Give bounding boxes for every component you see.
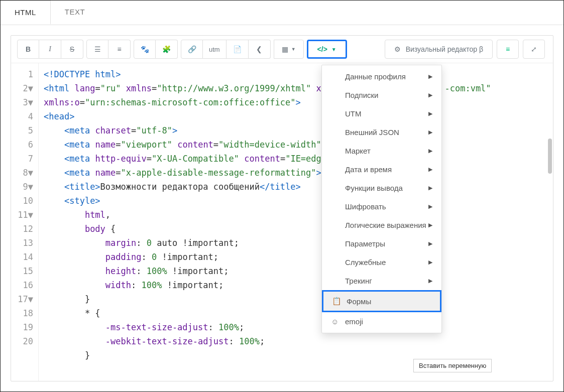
chevron-right-icon: ▶ — [428, 259, 432, 266]
toolbar: B I S ☰ ≡ 🐾 🧩 🔗 utm 📄 ❮ — [11, 36, 553, 63]
dropdown-item-4[interactable]: Маркет▶ — [322, 142, 441, 160]
visual-editor-button[interactable]: ⚙ Визуальный редактор β — [385, 40, 493, 59]
link-icon: 🔗 — [188, 45, 196, 53]
utm-button[interactable]: utm — [203, 40, 227, 59]
vertical-scrollbar[interactable] — [548, 139, 552, 174]
file-button[interactable]: 📄 — [227, 40, 249, 59]
dropdown-item-label: emoji — [345, 317, 432, 326]
dropdown-item-label: Логические выражения — [345, 221, 428, 229]
chevron-right-icon: ▶ — [428, 92, 432, 98]
chevron-right-icon: ▶ — [428, 129, 432, 136]
chevron-right-icon: ▶ — [428, 240, 432, 247]
dropdown-item-12[interactable]: 📋Формы — [322, 290, 441, 312]
strike-icon: S — [70, 45, 74, 53]
chevron-right-icon: ▶ — [428, 278, 432, 284]
smile-icon: ☺ — [331, 317, 339, 326]
dropdown-item-label: Параметры — [345, 239, 428, 248]
dropdown-item-8[interactable]: Логические выражения▶ — [322, 216, 441, 234]
expand-icon: ⤢ — [531, 45, 537, 53]
italic-button[interactable]: I — [39, 40, 61, 59]
dropdown-item-1[interactable]: Подписки▶ — [322, 86, 441, 104]
chevron-down-icon: ▼ — [291, 47, 296, 52]
numbered-list-icon: ≡ — [117, 45, 121, 53]
dropdown-item-5[interactable]: Дата и время▶ — [322, 160, 441, 179]
dropdown-item-label: Внешний JSON — [345, 128, 428, 137]
file-icon: 📄 — [233, 45, 242, 53]
chevron-right-icon: ▶ — [428, 148, 432, 154]
chevron-right-icon: ▶ — [428, 222, 432, 228]
format-icon: ≡ — [506, 45, 510, 53]
dropdown-item-label: Функции вывода — [345, 184, 428, 192]
fullscreen-button[interactable]: ⤢ — [523, 40, 545, 59]
dropdown-item-0[interactable]: Данные профиля▶ — [322, 67, 441, 86]
dropdown-item-13[interactable]: ☺emoji — [322, 312, 441, 331]
bullet-list-icon: ☰ — [94, 45, 101, 53]
italic-icon: I — [49, 45, 51, 53]
dropdown-item-label: Данные профиля — [345, 72, 428, 81]
chevron-down-icon: ▼ — [331, 47, 336, 52]
line-gutter: 12▼3▼45678▼9▼1011▼121314151617▼181920 — [11, 63, 39, 381]
dropdown-item-2[interactable]: UTM▶ — [322, 104, 441, 123]
dropdown-item-label: Формы — [347, 297, 431, 306]
dropdown-item-7[interactable]: Шифровать▶ — [322, 197, 441, 216]
dropdown-item-9[interactable]: Параметры▶ — [322, 234, 441, 253]
code-icon: </> — [317, 45, 327, 53]
table-icon: ▦ — [282, 45, 288, 53]
editor-wrap: B I S ☰ ≡ 🐾 🧩 🔗 utm 📄 ❮ — [1, 25, 563, 391]
dropdown-item-label: Подписки — [345, 91, 428, 99]
dropdown-item-label: Шифровать — [345, 202, 428, 211]
dropdown-item-11[interactable]: Трекинг▶ — [322, 272, 441, 290]
puzzle-button[interactable]: 🧩 — [156, 40, 178, 59]
chevron-right-icon: ▶ — [428, 110, 432, 117]
chevron-right-icon: ▶ — [428, 185, 432, 191]
mode-tabs: HTML TEXT — [1, 1, 563, 25]
chevron-right-icon: ▶ — [428, 203, 432, 210]
format-button[interactable]: ≡ — [497, 40, 519, 59]
ul-button[interactable]: ☰ — [86, 40, 108, 59]
editor-window: HTML TEXT B I S ☰ ≡ 🐾 🧩 🔗 — [0, 0, 564, 392]
table-button[interactable]: ▦▼ — [274, 40, 304, 59]
chevron-right-icon: ▶ — [428, 73, 432, 80]
dropdown-item-10[interactable]: Служебные▶ — [322, 253, 441, 272]
paw-icon: 🐾 — [141, 45, 149, 53]
link-button[interactable]: 🔗 — [181, 40, 203, 59]
dropdown-item-label: Дата и время — [345, 165, 428, 174]
editor-box: B I S ☰ ≡ 🐾 🧩 🔗 utm 📄 ❮ — [11, 35, 553, 381]
insert-variable-button[interactable]: </> ▼ — [307, 40, 347, 59]
clipboard-icon: 📋 — [332, 297, 341, 306]
tab-html[interactable]: HTML — [1, 1, 51, 25]
tooltip: Вставить переменную — [413, 359, 492, 372]
dropdown-item-label: Маркет — [345, 147, 428, 155]
code-editor[interactable]: <!DOCTYPE html><html lang="ru" xmlns="ht… — [39, 63, 553, 381]
puzzle-icon: 🧩 — [162, 45, 171, 53]
dropdown-item-label: UTM — [345, 109, 428, 118]
dropdown-item-6[interactable]: Функции вывода▶ — [322, 179, 441, 197]
ol-button[interactable]: ≡ — [108, 40, 131, 59]
bold-button[interactable]: B — [17, 40, 39, 59]
chevron-right-icon: ▶ — [428, 166, 432, 173]
insert-variable-dropdown: Данные профиля▶Подписки▶UTM▶Внешний JSON… — [321, 65, 442, 333]
paw-button[interactable]: 🐾 — [134, 40, 156, 59]
strike-button[interactable]: S — [61, 40, 83, 59]
tab-text[interactable]: TEXT — [51, 1, 99, 25]
dropdown-item-label: Трекинг — [345, 277, 428, 285]
dropdown-item-3[interactable]: Внешний JSON▶ — [322, 123, 441, 142]
bold-icon: B — [26, 45, 31, 53]
share-button[interactable]: ❮ — [249, 40, 271, 59]
dropdown-item-label: Служебные — [345, 258, 428, 267]
gears-icon: ⚙ — [394, 45, 401, 53]
code-area: 12▼3▼45678▼9▼1011▼121314151617▼181920 <!… — [11, 63, 553, 381]
share-icon: ❮ — [256, 45, 262, 53]
visual-editor-label: Визуальный редактор β — [406, 45, 483, 53]
